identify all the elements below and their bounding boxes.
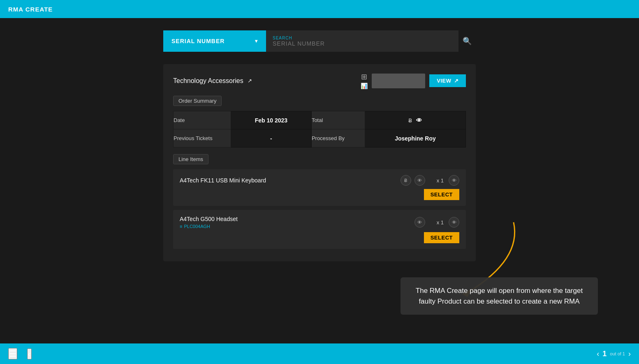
line-item-2-row: A4Tech G500 Headset ≡ PLC004AGH 👁 x 1 👁 bbox=[180, 216, 459, 229]
search-icon: 🔍 bbox=[463, 37, 472, 45]
main-content: SERIAL NUMBER ▾ SEARCH 🔍 Technology Acce… bbox=[0, 18, 639, 261]
product-sku: ≡ PLC004AGH bbox=[180, 224, 408, 229]
line-item-2-bottom: SELECT bbox=[180, 232, 459, 243]
external-link-icon[interactable]: ↗ bbox=[248, 78, 252, 84]
view-button[interactable]: VIEW ↗ bbox=[429, 74, 466, 87]
date-label: Date bbox=[174, 111, 231, 129]
page-of: out of 1 bbox=[610, 351, 625, 356]
annotation-text: The RMA Create page will open from where… bbox=[416, 287, 583, 305]
pagination: ‹ 1 out of 1 › bbox=[597, 350, 631, 358]
search-input[interactable] bbox=[273, 40, 452, 47]
line-item-2-name: A4Tech G500 Headset bbox=[180, 216, 408, 222]
dropdown-label: SERIAL NUMBER bbox=[171, 38, 225, 44]
line-item-1-bottom: SELECT bbox=[180, 189, 459, 200]
search-label: SEARCH bbox=[273, 36, 452, 40]
back-button[interactable]: ‹ bbox=[27, 348, 32, 359]
hamburger-menu-button[interactable]: ☰ bbox=[8, 348, 17, 359]
view-button-label: VIEW bbox=[437, 78, 451, 84]
card-title-row: Technology Accessories ↗ bbox=[173, 77, 252, 85]
line-item-1-icons: Ƀ 👁 bbox=[401, 175, 425, 186]
external-link-small-icon: ↗ bbox=[454, 78, 459, 84]
line-item-2: A4Tech G500 Headset ≡ PLC004AGH 👁 x 1 👁 … bbox=[173, 210, 466, 249]
currency-icon-1[interactable]: Ƀ bbox=[401, 175, 411, 186]
bottom-bar: ☰ ‹ ‹ 1 out of 1 › bbox=[0, 343, 639, 364]
line-item-1: A4Tech FK11 USB Mini Keyboard Ƀ 👁 x 1 👁 … bbox=[173, 169, 466, 206]
order-info-table: Date Feb 10 2023 Total Ƀ 👁 Previous Tick… bbox=[173, 111, 466, 147]
image-placeholder bbox=[372, 74, 425, 88]
eye-icon-2b[interactable]: 👁 bbox=[449, 217, 459, 228]
line-item-2-qty: x 1 bbox=[437, 219, 444, 226]
order-summary-badge: Order Summary bbox=[173, 96, 222, 106]
line-item-2-icons: 👁 bbox=[414, 217, 425, 228]
processed-by-value: Josephine Roy bbox=[365, 129, 465, 147]
eye-icon-2a[interactable]: 👁 bbox=[414, 217, 425, 228]
eye-icon: 👁 bbox=[416, 117, 422, 124]
top-bar: RMA CREATE bbox=[0, 0, 639, 18]
search-row: SERIAL NUMBER ▾ SEARCH 🔍 bbox=[163, 30, 476, 52]
eye-icon-1b[interactable]: 👁 bbox=[449, 175, 459, 186]
sku-icon: ≡ bbox=[180, 224, 182, 229]
next-page-button[interactable]: › bbox=[628, 350, 631, 358]
icon-group: ⊞ 📊 bbox=[361, 72, 368, 89]
processed-by-label: Processed By bbox=[311, 129, 365, 147]
line-item-1-name: A4Tech FK11 USB Mini Keyboard bbox=[180, 177, 394, 184]
search-box: SEARCH bbox=[266, 30, 458, 52]
eye-icon-1[interactable]: 👁 bbox=[414, 175, 425, 186]
table-row: Previous Tickets - Processed By Josephin… bbox=[174, 129, 466, 147]
current-page: 1 bbox=[602, 350, 607, 358]
prev-page-button[interactable]: ‹ bbox=[597, 350, 599, 358]
prev-tickets-value: - bbox=[231, 129, 312, 147]
line-items-badge: Line Items bbox=[173, 154, 208, 164]
currency-icon: Ƀ bbox=[408, 117, 412, 124]
table-row: Date Feb 10 2023 Total Ƀ 👁 bbox=[174, 111, 466, 129]
chevron-down-icon: ▾ bbox=[255, 38, 258, 44]
annotation-box: The RMA Create page will open from where… bbox=[401, 277, 598, 315]
total-value: Ƀ 👁 bbox=[365, 111, 465, 129]
card-title: Technology Accessories bbox=[173, 77, 243, 85]
select-button-1[interactable]: SELECT bbox=[424, 189, 459, 200]
sku-text: PLC004AGH bbox=[184, 224, 210, 229]
header-right: ⊞ 📊 VIEW ↗ bbox=[361, 72, 466, 89]
line-item-1-qty: x 1 bbox=[437, 177, 444, 184]
chart-icon: 📊 bbox=[361, 83, 368, 89]
card-header: Technology Accessories ↗ ⊞ 📊 VIEW ↗ bbox=[173, 72, 466, 89]
order-card: Technology Accessories ↗ ⊞ 📊 VIEW ↗ Orde… bbox=[163, 64, 476, 261]
line-item-1-row: A4Tech FK11 USB Mini Keyboard Ƀ 👁 x 1 👁 bbox=[180, 175, 459, 186]
search-type-dropdown[interactable]: SERIAL NUMBER ▾ bbox=[163, 30, 266, 52]
bottom-left: ☰ ‹ bbox=[8, 348, 32, 359]
total-label: Total bbox=[311, 111, 365, 129]
line-item-2-info: A4Tech G500 Headset ≡ PLC004AGH bbox=[180, 216, 408, 229]
select-button-2[interactable]: SELECT bbox=[424, 232, 459, 243]
search-button[interactable]: 🔍 bbox=[458, 37, 476, 46]
prev-tickets-label: Previous Tickets bbox=[174, 129, 231, 147]
layers-icon: ⊞ bbox=[361, 72, 367, 81]
date-value: Feb 10 2023 bbox=[231, 111, 312, 129]
page-title: RMA CREATE bbox=[8, 6, 53, 13]
